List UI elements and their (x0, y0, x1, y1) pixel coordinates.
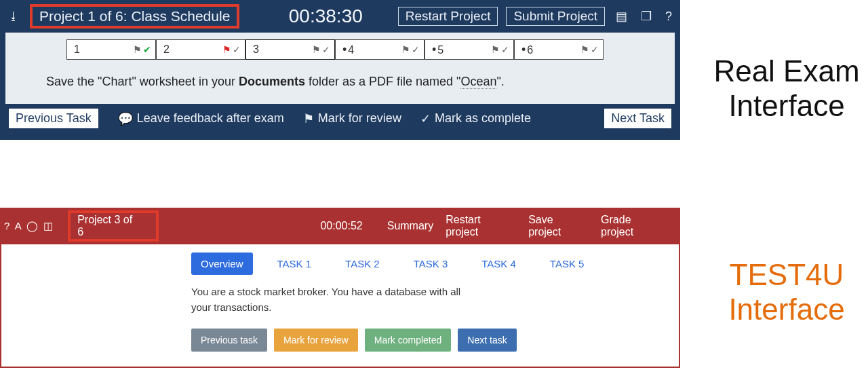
tab-overview[interactable]: Overview (191, 253, 253, 275)
task-tab-1[interactable]: 1 ⚑✔ (66, 39, 156, 60)
flag-icon: ⚑ (401, 44, 410, 55)
flag-icon: ⚑ (580, 44, 589, 55)
restart-project-button[interactable]: Restart Project (398, 7, 498, 26)
test4u-panel: ? A ◯ ◫ Project 3 of 6 00:00:52 Summary … (0, 208, 680, 368)
chat-icon: 💬 (118, 111, 133, 126)
next-task-button[interactable]: Next Task (604, 108, 672, 129)
task-number: 4 (348, 44, 354, 56)
restart-project-link[interactable]: Restart project (446, 214, 516, 238)
download-icon[interactable]: ⭳ (5, 10, 22, 22)
task-instruction: Save the "Chart" worksheet in your Docum… (5, 67, 675, 98)
exam-timer: 00:00:52 (320, 220, 362, 232)
tab-task-5[interactable]: TASK 5 (540, 253, 594, 275)
save-project-link[interactable]: Save project (528, 214, 589, 238)
check-icon: ✔ (143, 44, 151, 55)
task-tab-4[interactable]: •4 ⚑✓ (335, 39, 425, 60)
flag-icon: ⚑ (303, 111, 314, 126)
real-exam-label: Real ExamInterface (705, 54, 868, 123)
task-tab-6[interactable]: •6 ⚑✓ (514, 39, 604, 60)
task-number: 3 (253, 43, 259, 56)
flag-icon: ⚑ (491, 44, 500, 55)
next-task-button[interactable]: Next task (458, 329, 516, 352)
task-tabs: 1 ⚑✔ 2 ⚑✓ 3 ⚑✓ •4 ⚑✓ •5 ⚑✓ (5, 33, 675, 67)
summary-link[interactable]: Summary (387, 220, 433, 232)
mark-review-button[interactable]: ⚑ Mark for review (303, 111, 401, 126)
test4u-label: TEST4UInterface (705, 258, 868, 326)
task-number: 5 (437, 44, 443, 56)
mark-review-label: Mark for review (318, 111, 401, 126)
previous-task-button[interactable]: Previous task (191, 329, 267, 352)
check-icon: ✓ (412, 44, 420, 55)
check-icon: ✓ (501, 44, 509, 55)
exam-timer: 00:38:30 (289, 5, 390, 27)
check-icon: ✓ (591, 44, 599, 55)
flag-icon: ⚑ (133, 44, 142, 55)
check-icon: ✓ (322, 44, 330, 55)
task-number: 1 (74, 43, 80, 56)
flag-icon: ⚑ (312, 44, 321, 55)
project-title: Project 3 of 6 (68, 210, 159, 242)
project-description: You are a stock market broker. You have … (191, 284, 476, 329)
windows-icon[interactable]: ❐ (638, 7, 654, 25)
flag-icon: ⚑ (222, 44, 231, 55)
task-tab-5[interactable]: •5 ⚑✓ (425, 39, 514, 60)
task-number: 2 (163, 43, 170, 56)
mark-completed-button[interactable]: Mark completed (365, 329, 452, 352)
real-exam-panel: ⭳ Project 1 of 6: Class Schedule 00:38:3… (0, 0, 680, 140)
mark-complete-button[interactable]: ✓ Mark as complete (420, 111, 531, 126)
mark-complete-label: Mark as complete (435, 111, 531, 126)
calculator-icon[interactable]: ▤ (613, 7, 630, 25)
task-tab-2[interactable]: 2 ⚑✓ (156, 39, 245, 60)
help-icon[interactable]: ? (663, 8, 675, 25)
tab-task-3[interactable]: TASK 3 (404, 253, 458, 275)
task-tab-3[interactable]: 3 ⚑✓ (245, 39, 335, 60)
leave-feedback-label: Leave feedback after exam (137, 111, 284, 126)
previous-task-button[interactable]: Previous Task (8, 108, 99, 129)
task-tabs: Overview TASK 1 TASK 2 TASK 3 TASK 4 TAS… (191, 253, 679, 284)
grade-project-link[interactable]: Grade project (601, 214, 667, 238)
tab-task-4[interactable]: TASK 4 (472, 253, 526, 275)
toolbar-icons[interactable]: ? A ◯ ◫ (4, 220, 56, 232)
leave-feedback-button[interactable]: 💬 Leave feedback after exam (118, 111, 284, 126)
task-number: 6 (527, 44, 533, 56)
submit-project-button[interactable]: Submit Project (506, 7, 605, 26)
project-title: Project 1 of 6: Class Schedule (30, 4, 239, 29)
check-icon: ✓ (233, 44, 241, 55)
tab-task-1[interactable]: TASK 1 (268, 253, 321, 275)
mark-review-button[interactable]: Mark for review (274, 329, 358, 352)
check-icon: ✓ (420, 111, 431, 126)
tab-task-2[interactable]: TASK 2 (336, 253, 389, 275)
